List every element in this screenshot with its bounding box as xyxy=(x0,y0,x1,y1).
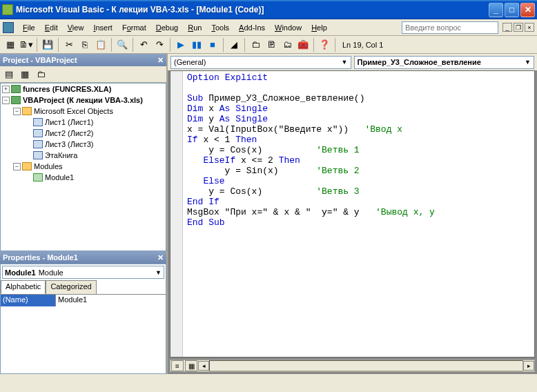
chevron-down-icon: ▼ xyxy=(525,59,531,66)
code-editor[interactable]: Option Explicit Sub Пример_У3_Сложное_ве… xyxy=(170,70,535,357)
scroll-left-icon[interactable]: ◂ xyxy=(198,361,209,371)
chevron-down-icon: ▼ xyxy=(155,269,162,276)
close-button[interactable]: ✕ xyxy=(520,3,535,17)
save-icon[interactable]: 💾 xyxy=(40,37,55,52)
mdi-restore[interactable]: ❐ xyxy=(514,23,523,32)
project-tree[interactable]: +funcres (FUNCRES.XLA) −VBAProject (К ле… xyxy=(0,83,166,251)
project-explorer-icon[interactable]: 🗀 xyxy=(248,37,263,52)
tree-vbaproject[interactable]: −VBAProject (К лекции VBA-3.xls) xyxy=(1,95,166,106)
menubar: File Edit View Insert Format Debug Run T… xyxy=(0,19,537,36)
project-pane-close[interactable]: ✕ xyxy=(157,56,164,65)
project-pane-header: Project - VBAProject ✕ xyxy=(0,54,166,66)
tree-sheet2[interactable]: Лист2 (Лист2) xyxy=(1,128,166,139)
mdi-minimize[interactable]: _ xyxy=(502,23,512,32)
copy-icon[interactable]: ⎘ xyxy=(77,37,92,52)
insert-module-dropdown[interactable]: 🗎▾ xyxy=(19,37,34,52)
tree-sheet1[interactable]: Лист1 (Лист1) xyxy=(1,117,166,128)
minimize-button[interactable]: _ xyxy=(489,3,503,17)
design-mode-icon[interactable]: ◢ xyxy=(226,37,242,52)
menu-debug[interactable]: Debug xyxy=(151,22,183,33)
excel-icon[interactable] xyxy=(3,22,14,33)
tree-modules-folder[interactable]: −Modules xyxy=(1,161,166,172)
full-module-view-icon[interactable]: ▦ xyxy=(185,360,197,371)
redo-icon[interactable]: ↷ xyxy=(152,37,167,52)
menu-insert[interactable]: Insert xyxy=(88,22,117,33)
tree-funcres[interactable]: +funcres (FUNCRES.XLA) xyxy=(1,84,166,95)
tree-module1[interactable]: Module1 xyxy=(1,172,166,183)
menu-view[interactable]: View xyxy=(63,22,89,33)
properties-pane-close[interactable]: ✕ xyxy=(157,253,164,262)
scroll-right-icon[interactable]: ▸ xyxy=(523,361,534,371)
menu-edit[interactable]: Edit xyxy=(40,22,63,33)
help-search-input[interactable] xyxy=(402,21,498,34)
reset-icon[interactable]: ■ xyxy=(205,37,220,52)
properties-icon[interactable]: 🖹 xyxy=(264,37,279,52)
properties-grid[interactable]: (Name) Module1 xyxy=(1,294,166,373)
undo-icon[interactable]: ↶ xyxy=(136,37,151,52)
cursor-position: Ln 19, Col 1 xyxy=(338,41,387,49)
properties-pane-header: Properties - Module1 ✕ xyxy=(0,251,166,264)
window-title: Microsoft Visual Basic - К лекции VBA-3.… xyxy=(16,5,489,14)
horizontal-scrollbar[interactable] xyxy=(209,360,523,371)
object-browser-icon[interactable]: 🗂 xyxy=(280,37,295,52)
tree-excel-objects[interactable]: −Microsoft Excel Objects xyxy=(1,106,166,117)
toggle-folders-icon[interactable]: 🗀 xyxy=(33,67,48,82)
run-icon[interactable]: ▶ xyxy=(173,37,188,52)
standard-toolbar: ▦ 🗎▾ 💾 ✂ ⎘ 📋 🔍 ↶ ↷ ▶ ▮▮ ■ ◢ 🗀 🖹 🗂 🧰 ❓ Ln… xyxy=(0,36,537,54)
app-icon xyxy=(2,4,13,15)
code-footer: ≡ ▦ ◂ ▸ xyxy=(170,360,535,372)
properties-object-combo[interactable]: Module1Module▼ xyxy=(2,266,164,279)
toolbox-icon[interactable]: 🧰 xyxy=(295,37,311,52)
menu-tools[interactable]: Tools xyxy=(206,22,234,33)
project-pane-toolbar: ▤ ▦ 🗀 xyxy=(0,66,166,83)
prop-row-name: (Name) Module1 xyxy=(1,295,166,306)
paste-icon[interactable]: 📋 xyxy=(93,37,108,52)
menu-run[interactable]: Run xyxy=(183,22,206,33)
tab-categorized[interactable]: Categorized xyxy=(46,280,96,294)
menu-file[interactable]: File xyxy=(18,22,40,33)
menu-addins[interactable]: Add-Ins xyxy=(234,22,270,33)
view-object-icon[interactable]: ▦ xyxy=(17,67,32,82)
chevron-down-icon: ▼ xyxy=(342,59,348,66)
help-icon[interactable]: ❓ xyxy=(317,37,332,52)
tree-sheet3[interactable]: Лист3 (Лист3) xyxy=(1,139,166,150)
tree-thisworkbook[interactable]: ЭтаКнига xyxy=(1,150,166,161)
procedure-view-icon[interactable]: ≡ xyxy=(171,360,184,371)
menu-format[interactable]: Format xyxy=(117,22,151,33)
find-icon[interactable]: 🔍 xyxy=(115,37,130,52)
tab-alphabetic[interactable]: Alphabetic xyxy=(1,280,46,294)
maximize-button[interactable]: □ xyxy=(505,3,519,17)
view-excel-icon[interactable]: ▦ xyxy=(3,37,18,52)
procedure-combo[interactable]: Пример_У3_Сложное_ветвление▼ xyxy=(354,56,535,69)
view-code-icon[interactable]: ▤ xyxy=(1,67,17,82)
break-icon[interactable]: ▮▮ xyxy=(189,37,204,52)
object-combo[interactable]: (General)▼ xyxy=(170,56,351,69)
menu-help[interactable]: Help xyxy=(306,22,332,33)
menu-window[interactable]: Window xyxy=(270,22,306,33)
titlebar: Microsoft Visual Basic - К лекции VBA-3.… xyxy=(0,0,537,19)
code-margin xyxy=(170,71,183,357)
cut-icon[interactable]: ✂ xyxy=(61,37,77,52)
mdi-close[interactable]: × xyxy=(525,23,534,32)
